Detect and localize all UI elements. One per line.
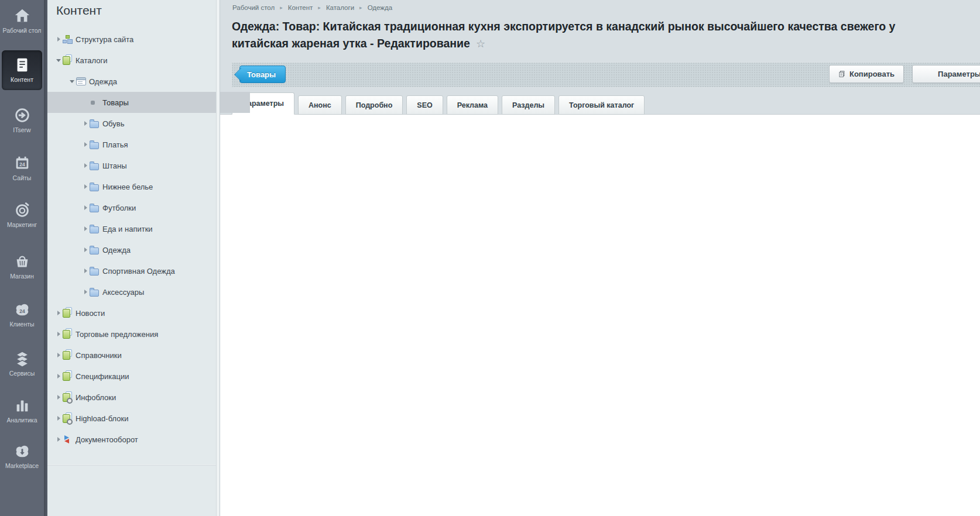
folder-icon [90, 287, 102, 297]
sidebar-resize-gutter[interactable] [216, 0, 220, 516]
expand-arrow-icon[interactable] [81, 247, 90, 252]
tree-item-dokumentooborot[interactable]: Документооборот [47, 429, 223, 450]
breadcrumb-item[interactable]: Одежда [368, 4, 392, 11]
tab-torgovyy-katalog[interactable]: Торговый каталог [558, 95, 645, 115]
product-parameters-label: Параметры товара [938, 70, 980, 78]
tree-item-label: Спецификации [76, 372, 129, 381]
content-tree-sidebar: Контент Структура сайта Каталоги Одежда … [47, 0, 216, 516]
folder-icon [90, 182, 102, 191]
pages-gear-icon [63, 414, 76, 423]
cloud-download-icon [13, 442, 31, 460]
rail-item-label: Сервисы [9, 370, 35, 377]
home-icon [13, 7, 31, 25]
breadcrumb-item[interactable]: Контент [288, 4, 313, 11]
catalog-pages-icon [63, 329, 76, 339]
tree-item-label: Обувь [102, 119, 124, 128]
rail-item-label: Сайты [13, 174, 32, 181]
tree-item-label: Торговые предложения [76, 330, 158, 339]
rail-item-label: ITserw [13, 126, 30, 133]
tab-podrobno[interactable]: Подробно [345, 95, 403, 115]
expand-arrow-icon[interactable] [81, 269, 90, 273]
tree-item-label: Еда и напитки [102, 225, 153, 233]
tree-item-label: Платья [102, 140, 128, 149]
calendar-24-icon: 24 [13, 154, 31, 172]
rail-edge-divider [44, 0, 47, 516]
favorite-star-icon[interactable]: ☆ [476, 38, 485, 50]
breadcrumb-item[interactable]: Рабочий стол [232, 4, 275, 11]
expand-arrow-icon[interactable] [54, 311, 63, 315]
tree-item-spetsifikatsii[interactable]: Спецификации [47, 366, 223, 387]
expand-arrow-icon[interactable] [54, 332, 63, 336]
expand-arrow-icon[interactable] [54, 353, 63, 357]
tab-razdely[interactable]: Разделы [502, 95, 555, 115]
rail-item-clients[interactable]: 24 Клиенты [0, 301, 44, 328]
tree-item-label: Highload-блоки [76, 414, 128, 423]
rail-item-marketplace[interactable]: Marketplace [0, 442, 44, 469]
tree-item-spravochniki[interactable]: Справочники [47, 345, 223, 366]
collapse-arrow-icon[interactable] [54, 59, 63, 62]
tab-seo[interactable]: SEO [406, 95, 443, 115]
expand-arrow-icon[interactable] [54, 395, 63, 400]
expand-arrow-icon[interactable] [81, 226, 90, 231]
tree-item-torgovye-predlozheniya[interactable]: Торговые предложения [47, 324, 223, 345]
tree-item-label: Новости [76, 309, 105, 318]
copy-icon [838, 70, 845, 78]
tree-item-label: Штаны [102, 161, 126, 170]
target-icon [13, 201, 31, 219]
site-structure-icon [63, 35, 76, 44]
rail-item-desktop[interactable]: Рабочий стол [0, 7, 44, 34]
tab-reklama[interactable]: Реклама [447, 95, 498, 115]
breadcrumb: Рабочий стол ▸ Контент ▸ Каталоги ▸ Одеж… [232, 4, 392, 11]
rail-item-analytics[interactable]: Аналитика [0, 397, 44, 424]
layers-icon [13, 350, 31, 367]
expand-arrow-icon[interactable] [54, 416, 63, 421]
tree-item-site-structure[interactable]: Структура сайта [47, 29, 223, 50]
tree-item-infobloki[interactable]: Инфоблоки [47, 387, 223, 408]
sidebar-title: Контент [56, 4, 102, 18]
breadcrumb-separator-icon: ▸ [280, 5, 283, 11]
app-rail: Рабочий стол Контент ITserw 24 Сайты Мар… [0, 0, 44, 516]
catalog-pages-icon [63, 350, 76, 360]
tree-item-label: Инфоблоки [76, 393, 116, 402]
tree-item-label: Аксессуары [102, 288, 144, 297]
breadcrumb-item[interactable]: Каталоги [326, 4, 354, 11]
tree-item-label: Нижнее белье [102, 183, 153, 191]
copy-button-label: Копировать [849, 70, 895, 78]
expand-arrow-icon[interactable] [81, 121, 90, 126]
expand-arrow-icon[interactable] [81, 163, 90, 168]
copy-button[interactable]: Копировать [829, 65, 904, 83]
expand-arrow-icon[interactable] [81, 205, 90, 210]
rail-item-label: Клиенты [9, 321, 34, 328]
expand-arrow-icon[interactable] [54, 437, 63, 442]
expand-arrow-icon[interactable] [81, 184, 90, 189]
rail-item-itserw[interactable]: ITserw [0, 106, 44, 133]
expand-arrow-icon[interactable] [81, 290, 90, 294]
page-title-line2: китайская жареная утка - Редактирование [232, 37, 470, 50]
back-to-list-button[interactable]: Товары [239, 66, 286, 83]
tree-item-label: Одежда [89, 77, 117, 86]
expand-arrow-icon[interactable] [54, 37, 63, 42]
tree-item-highload-bloki[interactable]: Highload-блоки [47, 408, 223, 429]
rail-item-label: Аналитика [7, 417, 37, 424]
tree-item-label: Каталоги [76, 56, 108, 65]
page-title-line1: Одежда: Товар: Китайская традиционная ку… [232, 20, 895, 33]
rail-item-shop[interactable]: Магазин [0, 253, 44, 280]
expand-arrow-icon[interactable] [81, 142, 90, 147]
catalog-pages-icon [63, 56, 76, 65]
tree-item-odezhda-iblock[interactable]: Одежда [47, 71, 237, 92]
rail-item-services[interactable]: Сервисы [0, 350, 44, 377]
basket-icon [13, 253, 31, 270]
folder-icon [90, 266, 102, 276]
expand-arrow-icon[interactable] [54, 374, 63, 379]
tree-item-novosti[interactable]: Новости [47, 302, 223, 324]
rail-item-label: Рабочий стол [3, 27, 42, 34]
collapse-arrow-icon[interactable] [68, 80, 76, 83]
rail-item-content[interactable]: Контент [2, 50, 42, 90]
rail-item-marketing[interactable]: Маркетинг [0, 201, 44, 228]
tree-item-catalogs[interactable]: Каталоги [47, 50, 223, 71]
tab-anons[interactable]: Анонс [298, 95, 342, 115]
product-parameters-button[interactable]: Параметры товара [912, 65, 980, 83]
bullet-icon [90, 98, 102, 107]
folder-icon [90, 140, 102, 149]
rail-item-sites[interactable]: 24 Сайты [0, 154, 44, 181]
